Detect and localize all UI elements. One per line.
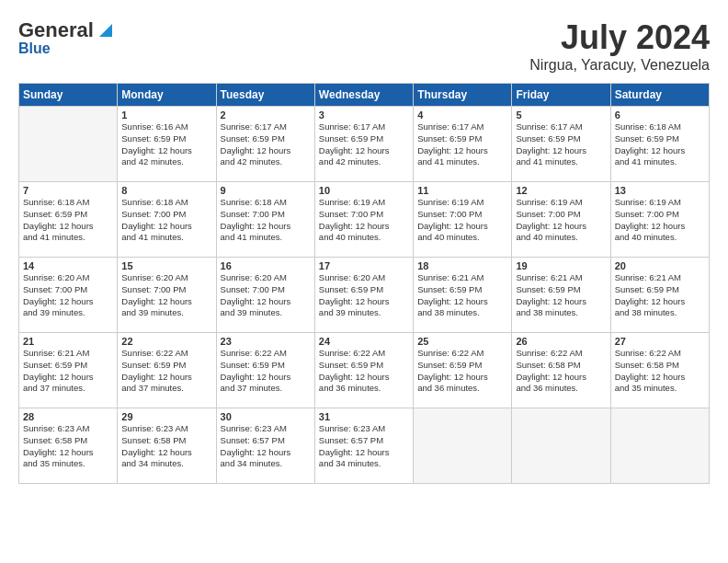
calendar-cell: 12Sunrise: 6:19 AM Sunset: 7:00 PM Dayli… <box>512 182 610 258</box>
svg-marker-0 <box>99 24 112 37</box>
day-number: 1 <box>121 109 211 121</box>
calendar-cell: 27Sunrise: 6:22 AM Sunset: 6:58 PM Dayli… <box>610 333 709 408</box>
day-info: Sunrise: 6:22 AM Sunset: 6:58 PM Dayligh… <box>615 348 705 395</box>
calendar-cell: 19Sunrise: 6:21 AM Sunset: 6:59 PM Dayli… <box>512 258 610 333</box>
calendar-cell: 30Sunrise: 6:23 AM Sunset: 6:57 PM Dayli… <box>216 408 314 484</box>
day-number: 25 <box>417 336 507 347</box>
day-info: Sunrise: 6:21 AM Sunset: 6:59 PM Dayligh… <box>417 272 507 319</box>
day-info: Sunrise: 6:23 AM Sunset: 6:57 PM Dayligh… <box>319 423 409 470</box>
calendar-header-saturday: Saturday <box>610 84 709 107</box>
day-number: 7 <box>23 185 113 196</box>
day-info: Sunrise: 6:17 AM Sunset: 6:59 PM Dayligh… <box>516 121 606 168</box>
day-info: Sunrise: 6:20 AM Sunset: 7:00 PM Dayligh… <box>23 272 113 319</box>
day-info: Sunrise: 6:21 AM Sunset: 6:59 PM Dayligh… <box>23 348 113 395</box>
day-info: Sunrise: 6:22 AM Sunset: 6:59 PM Dayligh… <box>319 348 409 395</box>
calendar-header-thursday: Thursday <box>414 84 512 107</box>
week-row-4: 21Sunrise: 6:21 AM Sunset: 6:59 PM Dayli… <box>19 333 710 408</box>
day-number: 10 <box>319 185 409 196</box>
header: General Blue July 2024 Nirgua, Yaracuy, … <box>18 18 710 74</box>
day-info: Sunrise: 6:17 AM Sunset: 6:59 PM Dayligh… <box>319 121 409 168</box>
calendar-cell <box>414 408 512 484</box>
day-number: 12 <box>516 185 606 196</box>
day-info: Sunrise: 6:18 AM Sunset: 7:00 PM Dayligh… <box>221 197 311 244</box>
day-number: 6 <box>615 109 705 121</box>
location: Nirgua, Yaracuy, Venezuela <box>529 57 710 74</box>
calendar-header-monday: Monday <box>118 84 216 107</box>
day-number: 2 <box>221 109 311 121</box>
calendar-cell: 31Sunrise: 6:23 AM Sunset: 6:57 PM Dayli… <box>314 408 413 484</box>
day-number: 19 <box>516 260 606 271</box>
day-info: Sunrise: 6:18 AM Sunset: 6:59 PM Dayligh… <box>23 197 113 244</box>
day-info: Sunrise: 6:22 AM Sunset: 6:59 PM Dayligh… <box>417 348 507 395</box>
logo: General Blue <box>18 18 116 57</box>
calendar-cell: 29Sunrise: 6:23 AM Sunset: 6:58 PM Dayli… <box>118 408 216 484</box>
calendar-cell: 21Sunrise: 6:21 AM Sunset: 6:59 PM Dayli… <box>19 333 118 408</box>
day-info: Sunrise: 6:21 AM Sunset: 6:59 PM Dayligh… <box>615 272 705 319</box>
day-info: Sunrise: 6:21 AM Sunset: 6:59 PM Dayligh… <box>516 272 606 319</box>
title-section: July 2024 Nirgua, Yaracuy, Venezuela <box>529 18 710 74</box>
calendar-cell: 23Sunrise: 6:22 AM Sunset: 6:59 PM Dayli… <box>216 333 314 408</box>
day-number: 16 <box>221 260 311 271</box>
day-number: 13 <box>615 185 705 196</box>
logo-general: General <box>18 18 94 42</box>
day-number: 15 <box>121 260 211 271</box>
week-row-3: 14Sunrise: 6:20 AM Sunset: 7:00 PM Dayli… <box>19 258 710 333</box>
calendar-cell: 18Sunrise: 6:21 AM Sunset: 6:59 PM Dayli… <box>414 258 512 333</box>
calendar-header-sunday: Sunday <box>19 84 118 107</box>
day-number: 17 <box>319 260 409 271</box>
calendar-header-friday: Friday <box>512 84 610 107</box>
calendar-cell: 7Sunrise: 6:18 AM Sunset: 6:59 PM Daylig… <box>19 182 118 258</box>
calendar-cell: 15Sunrise: 6:20 AM Sunset: 7:00 PM Dayli… <box>118 258 216 333</box>
day-number: 26 <box>516 336 606 347</box>
day-number: 28 <box>23 411 113 422</box>
day-info: Sunrise: 6:20 AM Sunset: 7:00 PM Dayligh… <box>221 272 311 319</box>
calendar-cell: 24Sunrise: 6:22 AM Sunset: 6:59 PM Dayli… <box>314 333 413 408</box>
week-row-1: 1Sunrise: 6:16 AM Sunset: 6:59 PM Daylig… <box>19 107 710 182</box>
month-title: July 2024 <box>529 18 710 57</box>
day-info: Sunrise: 6:22 AM Sunset: 6:59 PM Dayligh… <box>121 348 211 395</box>
day-number: 18 <box>417 260 507 271</box>
day-number: 24 <box>319 336 409 347</box>
day-info: Sunrise: 6:19 AM Sunset: 7:00 PM Dayligh… <box>516 197 606 244</box>
day-info: Sunrise: 6:17 AM Sunset: 6:59 PM Dayligh… <box>417 121 507 168</box>
day-info: Sunrise: 6:22 AM Sunset: 6:58 PM Dayligh… <box>516 348 606 395</box>
day-info: Sunrise: 6:17 AM Sunset: 6:59 PM Dayligh… <box>221 121 311 168</box>
day-number: 14 <box>23 260 113 271</box>
calendar-cell <box>610 408 709 484</box>
day-number: 20 <box>615 260 705 271</box>
day-info: Sunrise: 6:23 AM Sunset: 6:57 PM Dayligh… <box>221 423 311 470</box>
day-info: Sunrise: 6:18 AM Sunset: 7:00 PM Dayligh… <box>121 197 211 244</box>
day-info: Sunrise: 6:20 AM Sunset: 6:59 PM Dayligh… <box>319 272 409 319</box>
calendar-cell: 10Sunrise: 6:19 AM Sunset: 7:00 PM Dayli… <box>314 182 413 258</box>
logo-blue-text: Blue <box>18 40 51 57</box>
calendar-cell: 3Sunrise: 6:17 AM Sunset: 6:59 PM Daylig… <box>314 107 413 182</box>
calendar-header-tuesday: Tuesday <box>216 84 314 107</box>
day-number: 4 <box>417 109 507 121</box>
calendar-cell: 11Sunrise: 6:19 AM Sunset: 7:00 PM Dayli… <box>414 182 512 258</box>
week-row-2: 7Sunrise: 6:18 AM Sunset: 6:59 PM Daylig… <box>19 182 710 258</box>
calendar-cell: 9Sunrise: 6:18 AM Sunset: 7:00 PM Daylig… <box>216 182 314 258</box>
day-number: 11 <box>417 185 507 196</box>
day-info: Sunrise: 6:20 AM Sunset: 7:00 PM Dayligh… <box>121 272 211 319</box>
page: General Blue July 2024 Nirgua, Yaracuy, … <box>0 0 728 563</box>
day-info: Sunrise: 6:19 AM Sunset: 7:00 PM Dayligh… <box>417 197 507 244</box>
day-info: Sunrise: 6:23 AM Sunset: 6:58 PM Dayligh… <box>23 423 113 470</box>
day-number: 3 <box>319 109 409 121</box>
calendar-table: SundayMondayTuesdayWednesdayThursdayFrid… <box>18 83 710 484</box>
day-number: 29 <box>121 411 211 422</box>
day-number: 5 <box>516 109 606 121</box>
calendar-cell: 22Sunrise: 6:22 AM Sunset: 6:59 PM Dayli… <box>118 333 216 408</box>
day-number: 31 <box>319 411 409 422</box>
day-info: Sunrise: 6:19 AM Sunset: 7:00 PM Dayligh… <box>615 197 705 244</box>
day-number: 9 <box>221 185 311 196</box>
calendar-cell: 28Sunrise: 6:23 AM Sunset: 6:58 PM Dayli… <box>19 408 118 484</box>
calendar-cell: 5Sunrise: 6:17 AM Sunset: 6:59 PM Daylig… <box>512 107 610 182</box>
day-number: 27 <box>615 336 705 347</box>
calendar-cell: 20Sunrise: 6:21 AM Sunset: 6:59 PM Dayli… <box>610 258 709 333</box>
calendar-cell: 6Sunrise: 6:18 AM Sunset: 6:59 PM Daylig… <box>610 107 709 182</box>
calendar-cell <box>19 107 118 182</box>
day-number: 30 <box>221 411 311 422</box>
calendar-cell: 1Sunrise: 6:16 AM Sunset: 6:59 PM Daylig… <box>118 107 216 182</box>
day-info: Sunrise: 6:16 AM Sunset: 6:59 PM Dayligh… <box>121 121 211 168</box>
day-info: Sunrise: 6:23 AM Sunset: 6:58 PM Dayligh… <box>121 423 211 470</box>
